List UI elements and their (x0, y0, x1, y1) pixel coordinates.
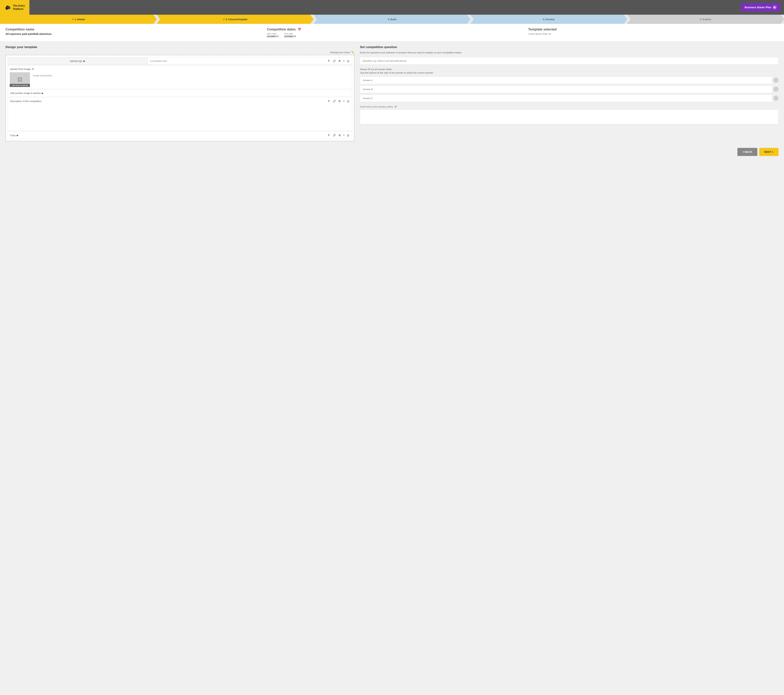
start-date-block: Start date DD/MM/YY (267, 33, 279, 38)
step-publish[interactable]: 5. Publish (627, 15, 784, 24)
add-image-label: Add another image if wanted (10, 92, 41, 94)
next-button[interactable]: NEXT > (759, 148, 779, 156)
question-panel: Set competition question Enter the quest… (360, 45, 779, 141)
answer-a-radio[interactable] (773, 77, 779, 83)
title-font-button[interactable]: F (328, 59, 331, 63)
copy-arrow-icon: ▶ (17, 134, 18, 137)
desc-italic-button[interactable]: I (343, 99, 345, 103)
svg-rect-2 (8, 7, 10, 9)
template-selected-label: Template selected (528, 28, 779, 31)
answer-a-input[interactable] (360, 76, 772, 84)
answer-c-row (360, 94, 779, 102)
description-label: Description of the competition (10, 100, 41, 102)
desc-underline-button[interactable]: U (346, 99, 350, 103)
description-toolbar: F 🔗 B I U (328, 99, 350, 103)
image-placeholder-icon: 🖼 (17, 77, 22, 83)
bottom-bar: < BACK NEXT > (0, 145, 784, 159)
description-header: Description of the competition F 🔗 B I U (8, 97, 352, 104)
prize-section: Upload Prize Image ▼ 🖼 click here to upl… (8, 66, 352, 89)
header: The Entry Platform Business Starter Plan… (0, 0, 784, 15)
plan-button-arrow-icon: ▶ (772, 5, 777, 9)
logo-title-row: Upload logo ▶ Competition title F 🔗 B I … (8, 57, 352, 65)
copy-row: Copy ▶ F 🔗 B I U (8, 132, 352, 139)
step-choose-template[interactable]: ✓ 2. ChooseTemplate (157, 15, 313, 24)
design-panel: Design your template Background colour ✏… (5, 45, 354, 141)
plan-button[interactable]: Business Starter Plan ▶ (741, 3, 780, 12)
competition-name-value: All expenses paid paintball adventure. (5, 33, 256, 35)
answer-a-row (360, 76, 779, 84)
step-preview[interactable]: 4. Preview (470, 15, 627, 24)
click-upload-label: click here to upload (10, 84, 30, 87)
copy-link-button[interactable]: 🔗 (332, 133, 337, 137)
privacy-section: Insert link to your privacy policy 🔗 (360, 105, 779, 125)
info-row: Competition name All expenses paid paint… (0, 24, 784, 42)
copy-underline-button[interactable]: U (346, 133, 350, 137)
prize-content: 🖼 click here to upload Image parameters (10, 72, 350, 87)
bg-colour-row: Background colour ✏️ (5, 51, 354, 54)
prize-header[interactable]: Upload Prize Image ▼ (10, 68, 350, 71)
answers-description: Please fill out all answer fields. Use t… (360, 68, 779, 75)
template-box: Upload logo ▶ Competition title F 🔗 B I … (5, 55, 354, 141)
step-build[interactable]: 3. Build (314, 15, 470, 24)
competition-name-block: Competition name All expenses paid paint… (5, 28, 256, 38)
privacy-label: Insert link to your privacy policy 🔗 (360, 105, 779, 108)
template-selected-value: Lorem ipsum dolor sit (528, 33, 779, 35)
title-underline-button[interactable]: U (346, 59, 350, 63)
copy-font-button[interactable]: F (328, 133, 331, 137)
answer-c-radio[interactable] (773, 96, 779, 101)
description-textarea[interactable] (8, 104, 352, 130)
description-section: Description of the competition F 🔗 B I U (8, 97, 352, 131)
end-date-block: End date DD/MM/YY (284, 33, 296, 38)
prize-label: Upload Prize Image (10, 68, 31, 71)
title-link-button[interactable]: 🔗 (332, 59, 337, 63)
image-placeholder[interactable]: 🖼 click here to upload (10, 72, 30, 87)
copy-label[interactable]: Copy ▶ (10, 134, 18, 137)
answer-b-radio[interactable] (773, 87, 779, 92)
answer-c-input[interactable] (360, 94, 772, 102)
question-section-title: Set competition question (360, 45, 779, 49)
answer-b-row (360, 86, 779, 93)
desc-link-button[interactable]: 🔗 (332, 99, 337, 103)
calendar-icon: 📅 (298, 28, 301, 31)
step-details[interactable]: ✓ 1. Details (0, 15, 157, 24)
competition-dates-label: Competition dates 📅 (267, 28, 517, 31)
privacy-link-icon: 🔗 (394, 105, 397, 108)
back-button[interactable]: < BACK (737, 148, 758, 156)
bg-colour-label: Background colour (330, 51, 350, 54)
image-params: Image parameters (33, 72, 52, 77)
competition-title-area: Competition title F 🔗 B I U (148, 57, 352, 65)
title-toolbar: F 🔗 B I U (328, 59, 350, 63)
competition-title-text: Competition title (150, 59, 167, 63)
upload-logo-arrow-icon: ▶ (84, 59, 85, 63)
steps-bar: ✓ 1. Details ✓ 2. ChooseTemplate 3. Buil… (0, 15, 784, 24)
add-image-row[interactable]: Add another image if wanted ▶ (8, 90, 352, 97)
title-bold-button[interactable]: B (338, 59, 341, 63)
answer-b-input[interactable] (360, 86, 772, 93)
desc-bold-button[interactable]: B (338, 99, 341, 103)
logo-text: The Entry Platform (13, 4, 25, 11)
main-content: Design your template Background colour ✏… (0, 42, 784, 145)
logo-icon (5, 4, 11, 11)
competition-dates-block: Competition dates 📅 Start date DD/MM/YY … (267, 28, 517, 38)
prize-dropdown-icon: ▼ (32, 68, 34, 71)
copy-italic-button[interactable]: I (343, 133, 345, 137)
question-input[interactable] (360, 57, 779, 64)
upload-logo-button[interactable]: Upload logo ▶ (8, 57, 147, 65)
edit-bg-colour-icon[interactable]: ✏️ (351, 51, 354, 54)
add-image-arrow-icon: ▶ (42, 92, 43, 94)
competition-name-label: Competition name (5, 28, 256, 31)
copy-bold-button[interactable]: B (338, 133, 341, 137)
privacy-textarea[interactable] (360, 110, 779, 124)
design-title: Design your template (5, 45, 354, 49)
desc-font-button[interactable]: F (328, 99, 331, 103)
logo-box: The Entry Platform (0, 0, 30, 15)
template-selected-block: Template selected Lorem ipsum dolor sit (528, 28, 779, 38)
title-italic-button[interactable]: I (343, 59, 345, 63)
copy-toolbar: F 🔗 B I U (328, 133, 350, 137)
question-section-desc: Enter the questions and selection of ans… (360, 51, 779, 54)
